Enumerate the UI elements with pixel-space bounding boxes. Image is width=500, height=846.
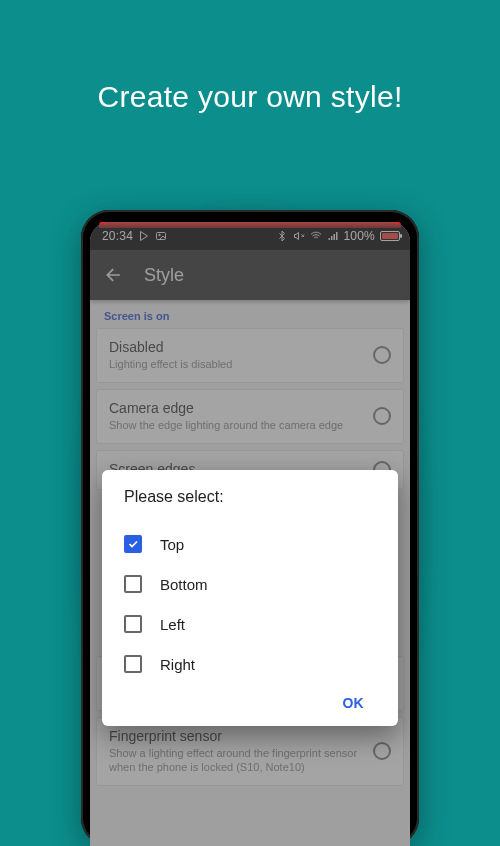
checkbox-icon[interactable] bbox=[124, 535, 142, 553]
dialog-option-label: Right bbox=[160, 656, 195, 673]
dialog-option-top[interactable]: Top bbox=[124, 524, 380, 564]
select-dialog: Please select: Top Bottom Left Right OK bbox=[102, 470, 398, 726]
dialog-option-left[interactable]: Left bbox=[124, 604, 380, 644]
checkbox-icon[interactable] bbox=[124, 615, 142, 633]
checkbox-icon[interactable] bbox=[124, 655, 142, 673]
dialog-title: Please select: bbox=[124, 488, 380, 506]
checkbox-icon[interactable] bbox=[124, 575, 142, 593]
hero-title: Create your own style! bbox=[0, 0, 500, 114]
dialog-option-bottom[interactable]: Bottom bbox=[124, 564, 380, 604]
dialog-option-right[interactable]: Right bbox=[124, 644, 380, 684]
ok-button[interactable]: OK bbox=[332, 689, 374, 717]
dialog-option-label: Bottom bbox=[160, 576, 208, 593]
screen: 20:34 100% Style Screen is on Disabled L bbox=[90, 222, 410, 846]
phone-frame: 20:34 100% Style Screen is on Disabled L bbox=[81, 210, 419, 846]
dialog-option-label: Top bbox=[160, 536, 184, 553]
dialog-option-label: Left bbox=[160, 616, 185, 633]
